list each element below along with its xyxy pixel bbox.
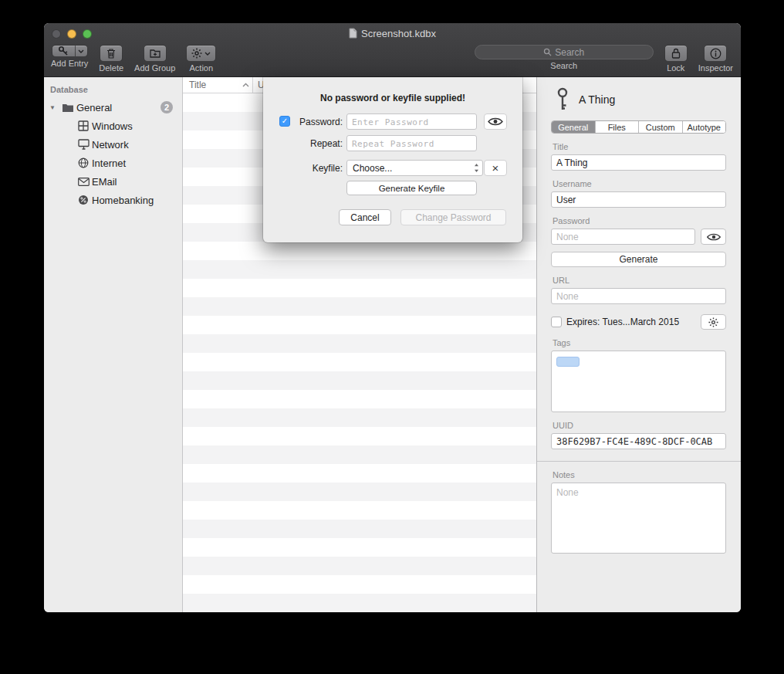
key-icon (556, 87, 569, 112)
password-field-label: Password (553, 216, 726, 225)
expires-settings-button[interactable] (701, 314, 726, 330)
delete-button[interactable] (100, 45, 123, 62)
change-password-button[interactable]: Change Password (400, 209, 506, 225)
toolbar-item-lock: Lock (664, 45, 688, 73)
sidebar-item-label: Internet (92, 157, 182, 169)
url-field[interactable] (551, 288, 726, 304)
info-icon (710, 48, 721, 59)
key-icon (58, 46, 69, 56)
inspector-tabs: General Files Custom Autotype (551, 120, 726, 134)
expires-label: Expires: Tues...March 2015 (566, 317, 696, 327)
keyfile-popup-value: Choose... (353, 163, 474, 174)
toolbar-item-action: Action (186, 45, 216, 73)
window-title: Screenshot.kdbx (44, 23, 741, 43)
titlebar-toolbar: Screenshot.kdbx (44, 23, 741, 77)
add-entry-label: Add Entry (51, 59, 88, 68)
keyfile-label: Keyfile: (285, 163, 343, 174)
tab-files[interactable]: Files (596, 121, 640, 133)
sidebar-item-label: Homebanking (92, 195, 182, 206)
sidebar-item-homebanking[interactable]: Homebanking (44, 191, 182, 209)
toolbar-item-delete: Delete (99, 45, 123, 73)
sidebar-item-network[interactable]: Network (44, 135, 182, 154)
lock-button[interactable] (664, 45, 688, 62)
inspector-panel: A Thing General Files Custom Autotype Ti… (536, 77, 741, 612)
entry-count-badge: 2 (161, 101, 173, 113)
expires-checkbox[interactable] (551, 317, 562, 327)
keyfile-popup[interactable]: Choose... (346, 160, 483, 176)
search-label: Search (550, 62, 577, 70)
show-password-button[interactable] (701, 229, 726, 245)
clear-keyfile-button[interactable]: × (484, 160, 507, 176)
sidebar-item-label: Network (92, 139, 182, 151)
sidebar-item-windows[interactable]: Windows (44, 117, 182, 135)
entry-title: A Thing (579, 93, 615, 106)
folder-plus-icon (150, 49, 161, 58)
toolbar: Add Entry Delete Add G (44, 43, 741, 77)
percent-coin-icon (78, 195, 89, 205)
windows-icon (78, 120, 89, 131)
chevron-down-icon (204, 52, 211, 56)
sidebar-item-label: EMail (92, 176, 182, 188)
show-password-button[interactable] (484, 113, 507, 130)
sort-ascending-icon (242, 83, 249, 87)
search-icon (543, 48, 552, 56)
column-header-title[interactable]: Title (183, 77, 252, 93)
network-icon (78, 139, 90, 150)
password-input[interactable] (346, 113, 477, 130)
toolbar-item-search: Search Search (475, 45, 654, 70)
sidebar-item-general[interactable]: ▼ General 2 (44, 98, 182, 117)
uuid-field[interactable] (551, 433, 726, 449)
lock-icon (671, 48, 681, 59)
disclosure-triangle-icon[interactable]: ▼ (49, 104, 59, 111)
document-icon (349, 28, 357, 39)
tags-label: Tags (553, 338, 726, 347)
repeat-password-input[interactable] (346, 135, 477, 151)
sidebar-item-label: General (76, 102, 161, 113)
notes-label: Notes (553, 470, 726, 479)
titlebar[interactable]: Screenshot.kdbx (44, 23, 741, 43)
generate-keyfile-button[interactable]: Generate Keyfile (346, 181, 477, 195)
search-placeholder: Search (555, 47, 584, 58)
notes-field[interactable] (551, 483, 726, 554)
gear-icon (191, 48, 202, 59)
tag-pill[interactable] (556, 357, 580, 367)
tab-custom[interactable]: Custom (639, 121, 683, 133)
section-divider (537, 461, 741, 462)
folder-icon (62, 103, 74, 113)
sidebar-item-internet[interactable]: Internet (44, 154, 182, 172)
sidebar-item-label: Windows (92, 120, 182, 132)
change-password-dialog: No password or keyfile supplied! ✓ Passw… (263, 77, 522, 242)
password-field[interactable] (551, 229, 695, 245)
expires-row: Expires: Tues...March 2015 (551, 314, 726, 330)
repeat-label: Repeat: (285, 138, 343, 149)
sidebar: Database ▼ General 2 Windo (44, 77, 183, 612)
toolbar-item-add-entry: Add Entry (51, 45, 88, 68)
window-title-text: Screenshot.kdbx (361, 28, 436, 39)
add-group-button[interactable] (144, 45, 167, 62)
search-input[interactable]: Search (475, 45, 654, 59)
eye-icon (488, 117, 503, 127)
add-group-label: Add Group (134, 64, 175, 73)
gear-icon (708, 317, 718, 327)
tab-general[interactable]: General (552, 121, 596, 133)
tags-field[interactable] (551, 351, 726, 412)
toolbar-item-inspector: Inspector (698, 45, 733, 73)
add-entry-button[interactable] (52, 45, 88, 57)
inspector-button[interactable] (704, 45, 727, 62)
generate-password-button[interactable]: Generate (551, 252, 726, 267)
app-window: Screenshot.kdbx (44, 23, 741, 612)
cancel-button[interactable]: Cancel (339, 209, 391, 225)
url-field-label: URL (553, 276, 726, 285)
sidebar-item-email[interactable]: EMail (44, 172, 182, 191)
tab-autotype[interactable]: Autotype (683, 121, 726, 133)
sidebar-header: Database (44, 82, 182, 98)
globe-icon (78, 157, 89, 168)
inspector-label: Inspector (698, 64, 733, 73)
title-field[interactable] (551, 154, 726, 171)
dialog-message: No password or keyfile supplied! (263, 93, 522, 103)
action-label: Action (190, 64, 214, 73)
title-field-label: Title (553, 142, 726, 151)
chevron-down-icon (78, 49, 84, 53)
username-field[interactable] (551, 191, 726, 208)
action-button[interactable] (186, 45, 216, 62)
